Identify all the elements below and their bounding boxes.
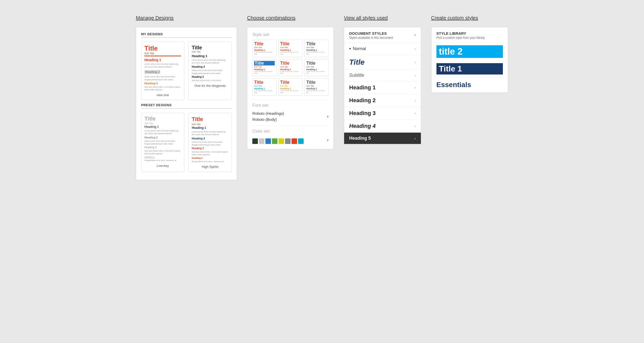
style-subtitle-text: Subtitle — [349, 73, 364, 78]
card-subtitle-blk: Sub Title — [192, 51, 228, 53]
main-layout: Manage Designs MY DESIGNS Title Sub Titl… — [136, 15, 508, 180]
color-set-chevron: › — [327, 137, 329, 143]
library-item-essentials[interactable]: Essentials — [431, 77, 508, 93]
styles-panel-subheading: Styles available in this document — [349, 36, 393, 40]
style-card-2[interactable]: Title Sub Title Heading 1 Lorem ipsum do… — [278, 40, 303, 57]
font-set-values: Roboto (Headings) Roboto (Body) — [252, 110, 284, 123]
library-heading: STYLE LIBRARY — [436, 31, 503, 35]
card-h3-blk: Heading 3 — [192, 75, 228, 78]
card-name-highspirits: High Spirits — [192, 165, 228, 169]
preset-designs-grid: Title Sub Title Heading 1 Lorem ipsum do… — [141, 113, 232, 172]
style-item-title[interactable]: Title › — [344, 55, 421, 70]
title-chevron: › — [415, 60, 416, 64]
swatch-6 — [285, 138, 291, 144]
style-card-1[interactable]: Title Sub Title Heading 1 Lorem ipsum do… — [252, 40, 276, 57]
col3-title[interactable]: View all styles used — [344, 15, 421, 21]
card-h2-blk: Heading 2 — [192, 65, 228, 68]
card-title: Title — [144, 45, 181, 52]
card-body: Lorem ipsum dolor sit amet adipiscing el… — [144, 63, 181, 68]
card-name-new-one: new one — [144, 93, 181, 97]
style-title-text: Title — [349, 58, 365, 66]
sc-h1-1: Heading 1 — [254, 49, 275, 51]
card-h1: Heading 1 — [144, 58, 181, 62]
col4-title[interactable]: Create custom styles — [431, 15, 508, 21]
preset-designs-label: PRESET DESIGNS — [141, 103, 232, 109]
column-combinations: Choose combinations Style set: Title Sub… — [247, 15, 334, 149]
card-h1-lk: Heading 1 — [144, 125, 181, 129]
style-card-6[interactable]: Title Sub Title Heading 1 Lorem ipsum do… — [304, 59, 329, 77]
card-body2-lk: Nulla cursus nibh sed est tincidunt, feu… — [144, 140, 181, 145]
style-card-7[interactable]: Title Sub Title Heading 1 Lorem ipsum do… — [252, 78, 276, 96]
card-h3-lk: Heading 3 — [144, 146, 181, 149]
style-card-8[interactable]: Title Sub Title Heading 1 Lorem ipsum do… — [278, 78, 303, 96]
h2-chevron: › — [415, 98, 416, 102]
style-normal-text: • Normal — [349, 46, 366, 52]
sc-body-3: Lorem ipsum dolor sit amet adip — [306, 51, 327, 55]
sc-sub-9: Sub Title — [306, 85, 327, 87]
sc-h1-9: Heading 1 — [306, 87, 327, 90]
sc-h1-2: Heading 1 — [280, 49, 301, 51]
styles-header-text: DOCUMENT STYLES Styles available in this… — [349, 31, 393, 40]
card-body4-lk: Suspendisse eros arcu, maximus at — [144, 159, 181, 162]
card-name-lowkey: Low-key — [144, 164, 181, 168]
card-title-lk: Title — [144, 116, 181, 122]
h1-chevron: › — [415, 86, 416, 90]
style-item-h4[interactable]: Heading 4 › — [344, 120, 421, 133]
card-title-hs: Title — [192, 116, 228, 123]
card-subtitle: Sub Title — [144, 52, 181, 55]
style-card-9[interactable]: Title Sub Title Heading 1 Lorem ipsum do… — [304, 78, 329, 96]
design-card-lowkey[interactable]: Title Sub Title Heading 1 Lorem ipsum do… — [141, 113, 184, 172]
my-designs-label: MY DESIGNS — [141, 32, 232, 38]
card-body4-hs: Suspendisse eros arcu, maximus at — [192, 160, 228, 163]
style-item-h5[interactable]: Heading 5 › — [344, 133, 421, 144]
style-item-subtitle[interactable]: Subtitle › — [344, 70, 421, 81]
h5-chevron: › — [415, 136, 416, 140]
sc-h1-6: Heading 1 — [306, 68, 327, 71]
bullet-dot: • — [349, 46, 351, 52]
card-h2-hs: Heading 2 — [192, 137, 228, 140]
style-h2-text: Heading 2 — [349, 97, 376, 104]
style-card-4[interactable]: Title Sub Title Heading 1 Lorem ipsum do… — [252, 59, 276, 77]
swatch-8 — [298, 138, 304, 144]
col1-title[interactable]: Manage Designs — [136, 15, 237, 21]
library-item-title2[interactable]: title 2 — [431, 43, 508, 61]
style-item-normal[interactable]: • Normal › — [344, 43, 421, 55]
card-body3-blk: Sed quis dictum felis, ut tincidunt — [192, 79, 228, 82]
font-set-row[interactable]: Roboto (Headings) Roboto (Body) › — [252, 110, 329, 123]
sc-title-5: Title — [280, 61, 301, 65]
style-h3-text: Heading 3 — [349, 110, 376, 117]
style-card-3[interactable]: Title Sub Title Heading 1 Lorem ipsum do… — [304, 40, 329, 57]
library-panel: STYLE LIBRARY Pick a custom style from y… — [431, 27, 508, 93]
font-set-chevron: › — [327, 114, 329, 119]
combos-panel: Style set: Title Sub Title Heading 1 Lor… — [247, 27, 334, 149]
sc-title-7: Title — [254, 80, 275, 85]
styles-panel-heading: DOCUMENT STYLES — [349, 31, 393, 35]
style-item-h1[interactable]: Heading 1 › — [344, 81, 421, 94]
design-card-blogposts[interactable]: Title Sub Title Heading 1 Lorem ipsum do… — [188, 42, 232, 100]
library-item-title1[interactable]: Title 1 — [431, 61, 508, 77]
sc-title-4: Title — [254, 61, 275, 65]
my-designs-grid: Title Sub Title Heading 1 Lorem ipsum do… — [141, 42, 232, 100]
style-h1-text: Heading 1 — [349, 84, 376, 91]
design-card-new-one[interactable]: Title Sub Title Heading 1 Lorem ipsum do… — [141, 42, 184, 100]
card-body3-lk: Sed quis dictum felis, ut tincidunt sapi… — [144, 149, 181, 155]
library-header: STYLE LIBRARY Pick a custom style from y… — [431, 27, 508, 43]
color-set-row[interactable]: › — [252, 136, 329, 144]
sc-body-7: Lorem ipsum dolor sit amet adipi — [254, 90, 275, 94]
card-h3-hs: Heading 3 — [192, 147, 228, 150]
library-subheading: Pick a custom style from your library — [436, 36, 503, 40]
card-subtitle-lk: Sub Title — [144, 122, 181, 125]
swatch-5 — [278, 138, 284, 144]
styles-panel: DOCUMENT STYLES Styles available in this… — [344, 27, 421, 144]
style-item-h3[interactable]: Heading 3 › — [344, 107, 421, 120]
style-item-h2[interactable]: Heading 2 › — [344, 94, 421, 107]
design-card-highspirits[interactable]: Title Sub Title Heading 1 Lorem ipsum do… — [188, 113, 232, 172]
sc-title-2: Title — [280, 42, 301, 46]
lib-essentials-text: Essentials — [436, 80, 503, 90]
card-h1-hs: Heading 1 — [192, 126, 228, 130]
col2-title[interactable]: Choose combinations — [247, 15, 334, 21]
card-body-lk: Lorem ipsum dolor sit amet adipiscing el… — [144, 129, 181, 135]
sc-sub-8: Sub Title — [280, 85, 301, 87]
column-manage-designs: Manage Designs MY DESIGNS Title Sub Titl… — [136, 15, 237, 180]
style-card-5[interactable]: Title Sub Title Heading 1 Lorem ipsum do… — [278, 59, 303, 77]
